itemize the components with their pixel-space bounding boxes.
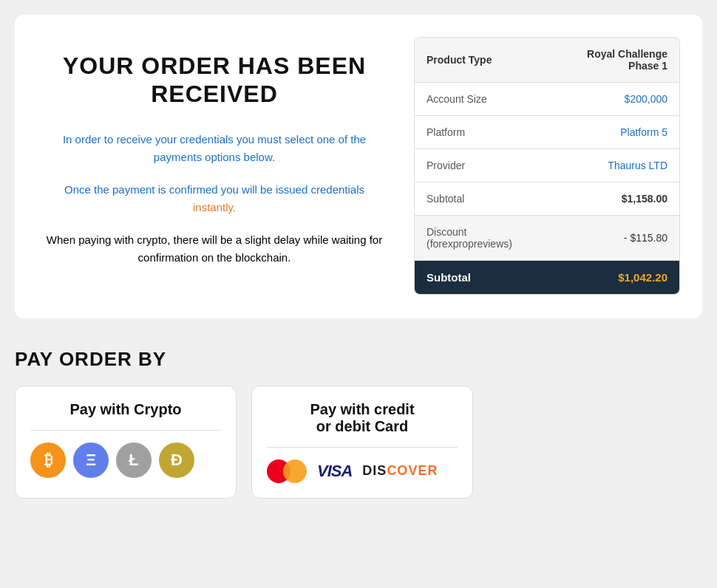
credit-card-title: Pay with credit or debit Card — [267, 401, 458, 448]
dogecoin-icon: Ð — [159, 442, 194, 478]
ethereum-icon: Ξ — [73, 442, 109, 478]
message-2: Once the payment is confirmed you will b… — [44, 181, 384, 216]
account-size-row: Account Size $200,000 — [415, 83, 679, 116]
crypto-payment-card[interactable]: Pay with Crypto ₿ Ξ Ł Ð — [15, 386, 237, 499]
account-size-label: Account Size — [427, 93, 487, 105]
discover-icon: DISCOVER — [362, 463, 438, 479]
provider-value: Thaurus LTD — [608, 160, 667, 171]
discount-label: Discount (forexpropreviews) — [427, 226, 512, 250]
discount-value: - $115.80 — [624, 232, 667, 244]
order-table: Product Type Royal Challenge Phase 1 Acc… — [414, 37, 680, 295]
total-label: Subtotal — [427, 271, 471, 284]
discount-row: Discount (forexpropreviews) - $115.80 — [415, 216, 679, 261]
order-title: YOUR ORDER HAS BEEN RECEIVED — [44, 52, 384, 109]
account-size-value: $200,000 — [625, 93, 667, 105]
card-brand-icons: VISA DISCOVER — [267, 459, 458, 483]
subtotal-row: Subtotal $1,158.00 — [415, 182, 679, 216]
mastercard-icon — [267, 459, 307, 483]
platform-label: Platform — [427, 126, 465, 138]
subtotal-value: $1,158.00 — [622, 193, 667, 205]
order-received-section: YOUR ORDER HAS BEEN RECEIVED In order to… — [15, 15, 702, 318]
crypto-card-title: Pay with Crypto — [30, 401, 221, 431]
product-type-label: Product Type — [427, 54, 492, 66]
litecoin-icon: Ł — [116, 442, 152, 478]
left-section: YOUR ORDER HAS BEEN RECEIVED In order to… — [37, 37, 392, 296]
total-value: $1,042.20 — [618, 271, 667, 284]
platform-row: Platform Platform 5 — [415, 116, 679, 149]
credit-card-payment-card[interactable]: Pay with credit or debit Card VISA DISCO… — [251, 386, 473, 499]
pay-order-section: PAY ORDER BY Pay with Crypto ₿ Ξ Ł Ð Pay… — [0, 333, 717, 506]
provider-row: Provider Thaurus LTD — [415, 149, 679, 182]
message-3: When paying with crypto, there will be a… — [44, 231, 384, 267]
visa-icon: VISA — [317, 462, 352, 481]
pay-order-title: PAY ORDER BY — [15, 348, 702, 371]
total-row: Subtotal $1,042.20 — [415, 261, 679, 294]
provider-label: Provider — [427, 160, 465, 171]
crypto-icons-row: ₿ Ξ Ł Ð — [30, 442, 221, 478]
platform-value: Platform 5 — [620, 126, 667, 138]
bitcoin-icon: ₿ — [30, 442, 66, 478]
subtotal-label: Subtotal — [427, 193, 464, 205]
payment-options: Pay with Crypto ₿ Ξ Ł Ð Pay with credit … — [15, 386, 702, 499]
message-1: In order to receive your credentials you… — [44, 131, 384, 166]
order-summary-table: Product Type Royal Challenge Phase 1 Acc… — [414, 37, 680, 295]
table-header-row: Product Type Royal Challenge Phase 1 — [415, 38, 679, 83]
product-type-value: Royal Challenge Phase 1 — [587, 48, 667, 72]
